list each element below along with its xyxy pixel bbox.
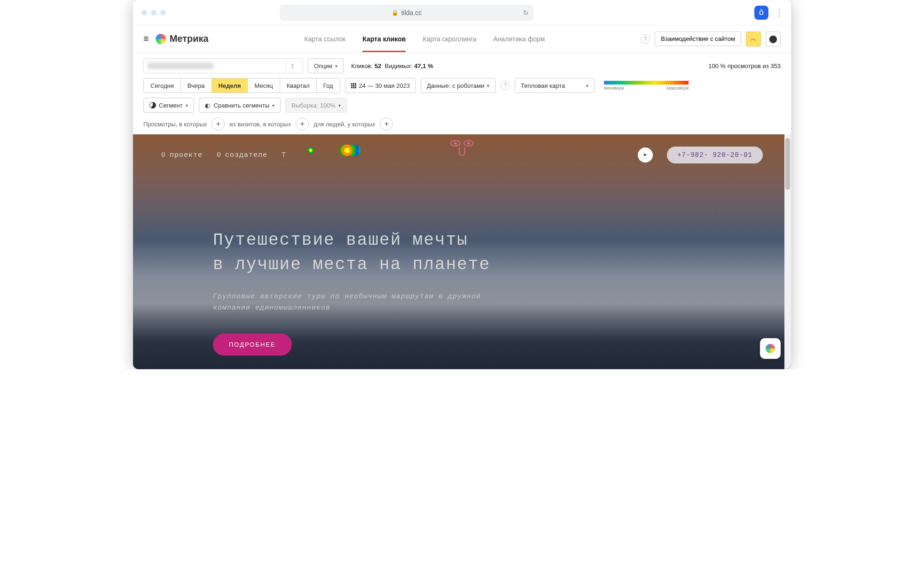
filter-visits-label: из визитов, в которых xyxy=(229,121,291,128)
main-tabs: Карта ссылок Карта кликов Карта скроллин… xyxy=(305,26,545,52)
view-mode-select[interactable]: Тепловая карта ▾ xyxy=(515,78,595,93)
collapse-button[interactable]: ︿ xyxy=(746,31,761,47)
chevron-up-icon: ︿ xyxy=(750,34,757,44)
hero-title: Путешествие вашей мечты в лучшие места н… xyxy=(213,228,763,277)
share-icon[interactable]: ⇪ xyxy=(286,59,299,72)
heat-legend: минимум максимум xyxy=(604,81,689,91)
app-header: ≡ Метрика Карта ссылок Карта кликов Карт… xyxy=(133,25,791,53)
telegram-icon[interactable]: ➤ xyxy=(638,147,653,163)
tab-form-analytics[interactable]: Аналитика форм xyxy=(493,26,545,52)
gradient-bar xyxy=(604,81,689,85)
url-text: tilda.cc xyxy=(401,9,422,16)
heatmap-blob xyxy=(340,145,360,156)
calendar-icon xyxy=(351,83,356,88)
period-group: Сегодня Вчера Неделя Месяц Квартал Год xyxy=(143,78,340,93)
app-name: Метрика xyxy=(170,33,209,44)
date-range-text: 24 — 30 мая 2023 xyxy=(359,82,410,89)
view-mode-label: Тепловая карта xyxy=(521,82,565,89)
views-summary: 100 % просмотров из 353 xyxy=(708,62,781,70)
metrika-float-badge[interactable] xyxy=(760,338,781,359)
thumb-icon: ⬤ xyxy=(769,34,777,43)
site-nav-author[interactable]: 0 создателе xyxy=(217,151,267,159)
period-year[interactable]: Год xyxy=(317,78,340,93)
help-icon[interactable]: ? xyxy=(641,34,650,44)
chevron-down-icon: ▾ xyxy=(335,63,337,69)
period-month[interactable]: Месяц xyxy=(248,78,280,93)
legend-min: минимум xyxy=(604,85,624,91)
heatmap-preview: 0 проекте 0 создателе Т ➤ +7-982- 920-20… xyxy=(133,134,791,369)
scrollbar-thumb[interactable] xyxy=(785,138,790,190)
segment-label: Сегмент xyxy=(159,102,183,109)
tab-scroll-map[interactable]: Карта скроллинга xyxy=(423,26,476,52)
period-yesterday[interactable]: Вчера xyxy=(181,78,212,93)
add-people-filter[interactable]: + xyxy=(380,117,393,131)
site-logo-icon[interactable] xyxy=(450,140,474,156)
site-nav-about[interactable]: 0 проекте xyxy=(161,151,203,159)
info-icon[interactable]: ? xyxy=(501,81,510,90)
chevron-down-icon: ▾ xyxy=(186,103,188,108)
chevron-down-icon: ▾ xyxy=(338,103,341,108)
filter-views-label: Просмотры, в которых xyxy=(143,121,207,128)
heatmap-blob xyxy=(308,147,313,153)
period-quarter[interactable]: Квартал xyxy=(280,78,317,93)
close-dot[interactable] xyxy=(141,10,147,16)
legend-max: максимум xyxy=(667,85,689,91)
cta-button[interactable]: ПОДРОБНЕЕ xyxy=(213,334,292,356)
add-visits-filter[interactable]: + xyxy=(296,117,309,131)
window-controls[interactable] xyxy=(141,10,166,16)
browser-chrome: 🔒 tilda.cc ↻ ò ⋮ xyxy=(133,0,791,25)
browser-menu-icon[interactable]: ⋮ xyxy=(775,8,783,18)
chevron-down-icon: ▾ xyxy=(272,103,274,108)
options-label: Опции xyxy=(314,62,332,70)
address-bar[interactable]: 🔒 tilda.cc ↻ xyxy=(280,5,533,21)
date-range-picker[interactable]: 24 — 30 мая 2023 xyxy=(345,78,416,93)
site-nav-t[interactable]: Т xyxy=(282,151,286,159)
tab-click-map[interactable]: Карта кликов xyxy=(362,26,406,52)
lock-icon: 🔒 xyxy=(392,9,399,16)
app-logo[interactable]: Метрика xyxy=(156,33,209,44)
data-source-select[interactable]: Данные: с роботами ▾ xyxy=(421,78,496,93)
extension-icon[interactable]: ò xyxy=(754,6,768,20)
compare-icon xyxy=(205,102,211,109)
segment-dropdown[interactable]: Сегмент ▾ xyxy=(143,98,194,113)
chevron-down-icon: ▾ xyxy=(586,83,588,88)
options-dropdown[interactable]: Опции ▾ xyxy=(308,58,344,73)
logo-mark-icon xyxy=(766,344,775,353)
interact-button[interactable]: Взаимодействие с сайтом xyxy=(655,31,741,46)
min-dot[interactable] xyxy=(151,10,157,16)
hero: Путешествие вашей мечты в лучшие места н… xyxy=(213,228,763,356)
click-stats: Кликов: 52 Видимых: 47,1 % xyxy=(351,62,433,70)
toolbar: ⇪ Опции ▾ Кликов: 52 Видимых: 47,1 % 100… xyxy=(133,53,791,134)
compare-label: Сравнить сегменты xyxy=(214,102,270,109)
filter-people-label: для людей, у которых xyxy=(313,121,375,128)
pie-icon xyxy=(149,102,156,109)
period-today[interactable]: Сегодня xyxy=(144,78,181,93)
tab-link-map[interactable]: Карта ссылок xyxy=(305,26,346,52)
hero-subtitle: Групповые авторские туры по необычным ма… xyxy=(213,291,514,314)
sample-label: Выборка: 100% xyxy=(291,102,336,109)
refresh-icon[interactable]: ↻ xyxy=(523,9,529,16)
blurred-site-text xyxy=(148,62,213,69)
max-dot[interactable] xyxy=(160,10,166,16)
feedback-button[interactable]: ⬤ xyxy=(766,31,781,47)
site-url-field[interactable]: ⇪ xyxy=(143,58,303,73)
chevron-down-icon: ▾ xyxy=(487,83,489,88)
scrollbar-track[interactable] xyxy=(784,134,791,369)
add-views-filter[interactable]: + xyxy=(211,117,225,131)
phone-button[interactable]: +7-982- 920-20-01 xyxy=(667,147,763,163)
period-week[interactable]: Неделя xyxy=(212,78,248,93)
sample-dropdown: Выборка: 100% ▾ xyxy=(285,98,347,113)
compare-segments-dropdown[interactable]: Сравнить сегменты ▾ xyxy=(199,98,281,113)
menu-icon[interactable]: ≡ xyxy=(143,33,149,44)
filter-row: Просмотры, в которых + из визитов, в кот… xyxy=(143,117,781,131)
logo-mark-icon xyxy=(156,34,166,44)
data-source-label: Данные: с роботами xyxy=(427,82,484,89)
